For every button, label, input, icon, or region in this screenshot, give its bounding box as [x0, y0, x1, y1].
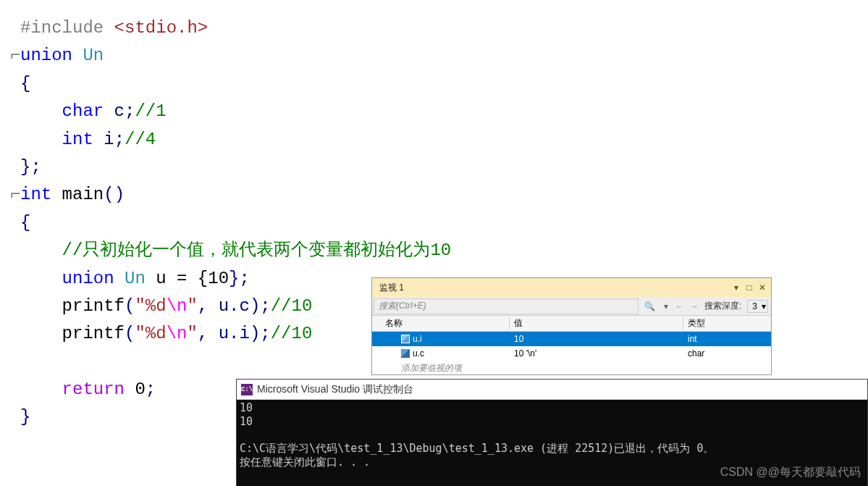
output-line: 10 — [240, 401, 253, 414]
func-printf1: printf — [62, 296, 125, 316]
indent — [20, 380, 62, 399]
window-controls: ▾ □ ✕ — [730, 282, 768, 293]
watch-title-bar[interactable]: 监视 1 ▾ □ ✕ — [372, 278, 771, 297]
col-header-name[interactable]: 名称 — [372, 317, 510, 330]
indent — [20, 240, 62, 260]
type-un: Un — [72, 46, 104, 65]
escape-n: \n — [167, 296, 187, 316]
collapse-icon[interactable]: ⌐ — [10, 42, 20, 70]
preproc-include: #include — [20, 18, 104, 38]
space — [125, 380, 135, 399]
var-value: 10 '\n' — [510, 348, 683, 359]
depth-select[interactable]: 3 ▾ — [747, 300, 768, 313]
collapse-icon[interactable]: ⌐ — [10, 181, 20, 209]
brace-open: { — [20, 213, 30, 232]
output-line: 10 — [240, 415, 253, 428]
var-type: int — [683, 334, 771, 344]
console-title: Microsoft Visual Studio 调试控制台 — [257, 383, 413, 396]
comment-10a: //10 — [271, 296, 313, 316]
kw-union2: union — [62, 269, 114, 288]
col-header-value[interactable]: 值 — [510, 317, 683, 330]
variable-icon — [401, 335, 410, 343]
variable-icon — [401, 349, 410, 358]
kw-union: union — [20, 46, 72, 65]
search-icon[interactable]: 🔍 — [644, 301, 655, 311]
parens: () — [104, 185, 125, 204]
str-close: " — [187, 324, 197, 343]
watch-row[interactable]: u.c 10 '\n' char — [372, 346, 771, 361]
col-header-type[interactable]: 类型 — [683, 317, 771, 330]
watch-header-row: 名称 值 类型 — [372, 316, 771, 332]
func-printf2: printf — [62, 324, 125, 343]
kw-int-main: int — [20, 185, 51, 204]
semi: ; — [146, 380, 156, 399]
include-path: <stdio.h> — [104, 18, 208, 38]
indent — [20, 324, 62, 343]
vs-console-icon: C:\ — [241, 384, 253, 395]
chevron-down-icon: ▾ — [762, 301, 766, 311]
brace-close: } — [20, 407, 30, 427]
decl-u: u = { — [146, 269, 208, 288]
close-icon[interactable]: ✕ — [757, 282, 768, 293]
close-init: }; — [229, 269, 250, 288]
dropdown-small-icon[interactable]: ▾ — [664, 301, 668, 311]
indent — [20, 269, 62, 288]
search-input[interactable]: 搜索(Ctrl+E) — [374, 298, 639, 314]
comment-10b: //10 — [271, 324, 313, 343]
watch-toolbar: 搜索(Ctrl+E) 🔍 ▾ ← → 搜索深度: 3 ▾ — [372, 297, 771, 316]
escape-n: \n — [167, 324, 187, 343]
indent — [20, 130, 62, 149]
type-un2: Un — [114, 269, 146, 288]
str-fmt: "%d — [135, 296, 166, 316]
brace-close-semi: }; — [20, 157, 41, 177]
indent — [20, 101, 62, 121]
add-watch-item[interactable]: 添加要临视的项 — [372, 361, 771, 375]
decl-c: c; — [104, 101, 135, 121]
depth-label: 搜索深度: — [701, 300, 744, 312]
num-0: 0 — [135, 380, 145, 399]
maximize-icon[interactable]: □ — [743, 282, 755, 293]
watch-title: 监视 1 — [375, 282, 404, 294]
comment-main: //只初始化一个值，就代表两个变量都初始化为10 — [62, 240, 452, 260]
kw-char: char — [62, 101, 104, 121]
prompt-line: 按任意键关闭此窗口. . . — [240, 456, 370, 469]
nav-back-icon[interactable]: ← — [673, 301, 687, 311]
watermark: CSDN @@每天都要敲代码 — [720, 465, 861, 480]
var-name: u.c — [413, 348, 424, 359]
brace-open: { — [20, 74, 30, 93]
console-title-bar[interactable]: C:\ Microsoft Visual Studio 调试控制台 — [237, 380, 867, 400]
str-fmt: "%d — [135, 324, 166, 343]
kw-int: int — [62, 130, 93, 149]
kw-return: return — [62, 380, 125, 399]
var-value: 10 — [510, 334, 683, 344]
var-type: char — [683, 348, 771, 359]
paren-open: ( — [125, 296, 135, 316]
paren-open: ( — [125, 324, 135, 343]
watch-window[interactable]: 监视 1 ▾ □ ✕ 搜索(Ctrl+E) 🔍 ▾ ← → 搜索深度: 3 ▾ … — [371, 277, 772, 375]
decl-i: i; — [93, 130, 125, 149]
str-close: " — [187, 296, 197, 316]
comment-1: //1 — [135, 101, 166, 121]
args-uc: , u.c); — [198, 296, 271, 316]
watch-row[interactable]: u.i 10 int — [372, 332, 771, 346]
comment-4: //4 — [125, 130, 156, 149]
args-ui: , u.i); — [198, 324, 271, 343]
dropdown-icon[interactable]: ▾ — [730, 282, 742, 293]
num-10: 10 — [208, 269, 229, 288]
var-name: u.i — [413, 334, 422, 344]
nav-forward-icon[interactable]: → — [687, 301, 701, 311]
func-main: main — [51, 185, 104, 204]
exit-line: C:\C语言学习\代码\test_1_13\Debug\test_1_13.ex… — [240, 442, 714, 455]
indent — [20, 296, 62, 316]
